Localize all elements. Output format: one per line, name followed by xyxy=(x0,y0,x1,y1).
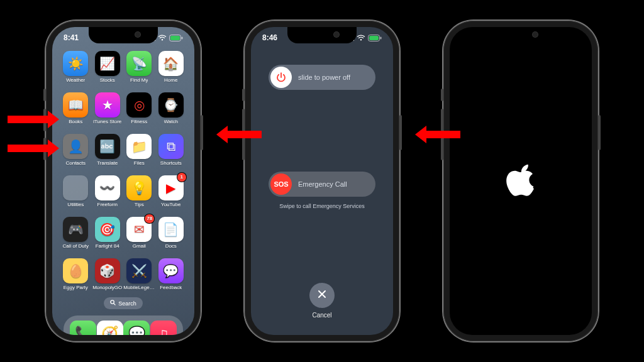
app-farlight-84[interactable]: 🎯Farlight 84 xyxy=(92,217,124,256)
app-icon: 📁 xyxy=(126,134,152,159)
app-youtube[interactable]: ▶1YouTube xyxy=(155,175,187,214)
slide-emergency-call[interactable]: SOS Emergency Call xyxy=(269,172,375,197)
app-label: Eggy Party xyxy=(64,285,88,290)
slide-to-power-off[interactable]: slide to power off xyxy=(269,65,375,90)
app-icon: 🎲 xyxy=(95,258,120,283)
notification-badge: 78 xyxy=(145,214,154,223)
app-stocks[interactable]: 📈Stocks xyxy=(92,51,124,90)
svg-rect-2 xyxy=(182,36,183,39)
app-icon xyxy=(63,175,88,200)
battery-icon xyxy=(169,35,183,41)
app-icon: ★ xyxy=(95,92,120,118)
dock-safari-icon[interactable]: 🧭 xyxy=(97,321,123,335)
phone-boot-screen xyxy=(443,21,598,341)
app-itunes-store[interactable]: ★iTunes Store xyxy=(92,92,124,131)
app-icon: ✉78 xyxy=(126,217,152,242)
mute-switch[interactable] xyxy=(43,89,46,101)
app-label: Weather xyxy=(66,77,85,83)
app-eggy-party[interactable]: 🥚Eggy Party xyxy=(60,258,92,297)
app-icon: ⚔️ xyxy=(126,258,152,283)
app-label: Tips xyxy=(135,202,144,207)
app-icon: ▶1 xyxy=(158,175,184,200)
app-icon: 🎯 xyxy=(95,217,120,242)
app-docs[interactable]: 📄Docs xyxy=(155,217,187,256)
search-icon xyxy=(110,300,116,307)
cancel-button[interactable] xyxy=(309,283,335,308)
app-freeform[interactable]: 〰️Freeform xyxy=(92,175,124,214)
side-power-button[interactable] xyxy=(598,115,601,150)
svg-rect-6 xyxy=(369,36,379,40)
power-off-label: slide to power off xyxy=(298,74,350,81)
dock-phone-icon[interactable]: 📞 xyxy=(70,321,96,335)
power-icon xyxy=(270,67,292,88)
vol-dn-arrow xyxy=(8,140,59,157)
notification-badge: 1 xyxy=(177,173,186,182)
battery-icon xyxy=(368,35,382,41)
app-monopolygo[interactable]: 🎲MonopolyGO xyxy=(92,258,124,297)
notch xyxy=(287,27,357,43)
app-icon: ☀️ xyxy=(63,51,88,76)
boot-screen xyxy=(450,27,592,335)
app-tips[interactable]: 💡Tips xyxy=(123,175,155,214)
dock-messages-icon[interactable]: 💬 xyxy=(123,321,150,335)
side-power-button[interactable] xyxy=(201,115,203,150)
app-feedback[interactable]: 💬Feedback xyxy=(155,258,187,297)
close-icon xyxy=(317,289,327,302)
app-icon: ⌚ xyxy=(158,92,184,118)
app-icon: ◎ xyxy=(126,92,152,118)
app-icon: 🥚 xyxy=(63,258,88,283)
app-home[interactable]: 🏠Home xyxy=(155,51,187,90)
app-fitness[interactable]: ◎Fitness xyxy=(123,92,155,131)
app-label: MobileLegends… xyxy=(123,285,155,290)
app-label: Contacts xyxy=(65,160,86,166)
power-arrow-2 xyxy=(415,126,460,143)
app-icon: 📄 xyxy=(158,217,184,242)
cancel-label: Cancel xyxy=(312,312,331,319)
status-time: 8:46 xyxy=(262,33,277,42)
side-power-button[interactable] xyxy=(399,115,402,150)
search-pill[interactable]: Search xyxy=(104,297,143,309)
app-books[interactable]: 📖Books xyxy=(60,92,92,131)
app-label: Utilities xyxy=(67,202,84,207)
mute-switch[interactable] xyxy=(242,89,245,101)
home-screen: ☀️Weather📈Stocks📡Find My🏠Home📖Books★iTun… xyxy=(52,27,194,335)
app-mobilelegends-[interactable]: ⚔️MobileLegends… xyxy=(123,258,155,297)
emergency-hint: Swipe to call Emergency Services xyxy=(279,203,365,209)
app-icon: 📖 xyxy=(63,92,88,118)
wifi-icon xyxy=(158,35,167,41)
app-label: Stocks xyxy=(100,77,115,83)
app-label: MonopolyGO xyxy=(92,285,122,290)
app-label: Shortcuts xyxy=(160,160,182,166)
app-icon: 🏠 xyxy=(158,51,184,76)
status-time: 8:41 xyxy=(64,33,79,42)
app-label: Files xyxy=(134,160,145,166)
app-icon: 👤 xyxy=(63,134,88,159)
app-contacts[interactable]: 👤Contacts xyxy=(60,134,92,173)
app-label: Call of Duty xyxy=(63,243,89,249)
app-translate[interactable]: 🔤Translate xyxy=(92,134,124,173)
app-watch[interactable]: ⌚Watch xyxy=(155,92,187,131)
svg-rect-1 xyxy=(170,36,180,40)
app-find-my[interactable]: 📡Find My xyxy=(123,51,155,90)
dock: 📞🧭💬♫ xyxy=(64,315,183,335)
app-icon: 📈 xyxy=(95,51,120,76)
app-utilities[interactable]: Utilities xyxy=(60,175,92,214)
dock-music-icon[interactable]: ♫ xyxy=(150,321,177,335)
app-files[interactable]: 📁Files xyxy=(123,134,155,173)
app-label: Find My xyxy=(130,77,148,83)
emergency-call-label: Emergency Call xyxy=(298,180,347,188)
app-gmail[interactable]: ✉78Gmail xyxy=(123,217,155,256)
power-off-screen: slide to power off SOS Emergency Call Sw… xyxy=(251,27,393,335)
notch xyxy=(486,27,555,43)
app-weather[interactable]: ☀️Weather xyxy=(60,51,92,90)
app-label: Fitness xyxy=(131,119,147,124)
app-label: Watch xyxy=(164,119,178,124)
app-shortcuts[interactable]: ⧉Shortcuts xyxy=(155,134,187,173)
apple-logo-icon xyxy=(503,162,538,200)
mute-switch[interactable] xyxy=(441,89,443,101)
notch xyxy=(89,27,158,43)
app-label: Farlight 84 xyxy=(96,243,119,249)
phone-power-off-screen: 8:46 slide to power off xyxy=(245,21,399,341)
vol-up-arrow xyxy=(8,111,59,128)
app-call-of-duty[interactable]: 🎮Call of Duty xyxy=(60,217,92,256)
